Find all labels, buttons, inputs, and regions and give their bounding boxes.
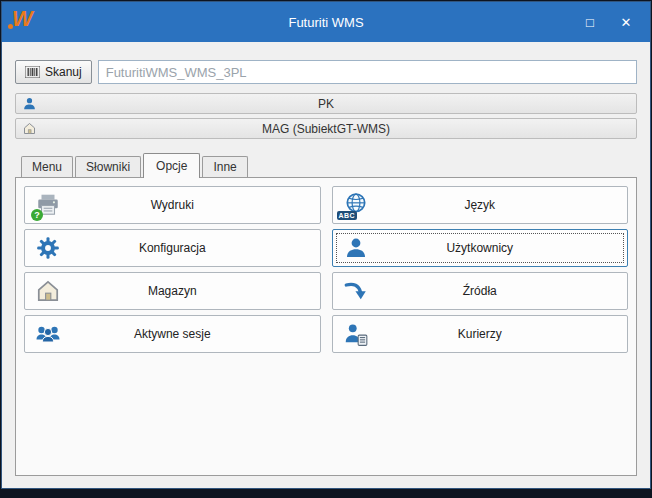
- jezyk-button[interactable]: ABC Język: [332, 186, 629, 224]
- bottom-edge: [0, 490, 652, 498]
- barcode-icon: [25, 66, 40, 78]
- close-button[interactable]: ✕: [608, 2, 644, 42]
- sources-arrow-icon: [341, 276, 371, 306]
- printer-icon: ?: [33, 190, 63, 220]
- maximize-button[interactable]: □: [572, 2, 608, 42]
- titlebar: W Futuriti WMS □ ✕: [2, 2, 650, 42]
- warehouse-bar-label: MAG (SubiektGT-WMS): [16, 122, 636, 136]
- window-controls: □ ✕: [572, 2, 644, 42]
- jezyk-label: Język: [333, 198, 628, 212]
- scan-toolbar: Skanuj: [15, 60, 637, 84]
- konfiguracja-button[interactable]: Konfiguracja: [24, 229, 321, 267]
- tab-inne[interactable]: Inne: [202, 156, 247, 177]
- zrodla-label: Źródła: [333, 284, 628, 298]
- abc-badge: ABC: [337, 211, 358, 220]
- kurierzy-button[interactable]: Kurierzy: [332, 315, 629, 353]
- active-sessions-icon: [33, 319, 63, 349]
- tab-slowniki[interactable]: Słowniki: [75, 156, 141, 177]
- language-globe-icon: ABC: [341, 190, 371, 220]
- printer-badge: ?: [31, 209, 43, 221]
- kurierzy-label: Kurierzy: [333, 327, 628, 341]
- wydruki-label: Wydruki: [25, 198, 320, 212]
- magazyn-label: Magazyn: [25, 284, 320, 298]
- warehouse-icon: [33, 276, 63, 306]
- tab-strip: Menu Słowniki Opcje Inne: [15, 153, 637, 177]
- konfiguracja-label: Konfiguracja: [25, 241, 320, 255]
- wydruki-button[interactable]: ? Wydruki: [24, 186, 321, 224]
- user-icon: [341, 233, 371, 263]
- scan-input[interactable]: [98, 60, 637, 84]
- aktywne-sesje-label: Aktywne sesje: [25, 327, 320, 341]
- zrodla-button[interactable]: Źródła: [332, 272, 629, 310]
- scan-button[interactable]: Skanuj: [15, 60, 92, 84]
- couriers-icon: [341, 319, 371, 349]
- uzytkownicy-button[interactable]: Użytkownicy: [332, 229, 629, 267]
- magazyn-button[interactable]: Magazyn: [24, 272, 321, 310]
- options-grid: ? Wydruki: [24, 186, 628, 353]
- client-area: Skanuj PK: [2, 42, 650, 488]
- window-title: Futuriti WMS: [2, 15, 650, 30]
- scan-button-label: Skanuj: [45, 65, 82, 79]
- tab-opcje[interactable]: Opcje: [143, 153, 200, 178]
- user-bar[interactable]: PK: [15, 93, 637, 114]
- screen: W Futuriti WMS □ ✕: [0, 0, 652, 498]
- tab-panel-opcje: ? Wydruki: [15, 177, 637, 476]
- user-bar-label: PK: [16, 97, 636, 111]
- tab-menu[interactable]: Menu: [21, 156, 73, 177]
- uzytkownicy-label: Użytkownicy: [333, 241, 628, 255]
- warehouse-bar[interactable]: MAG (SubiektGT-WMS): [15, 118, 637, 139]
- app-window: W Futuriti WMS □ ✕: [1, 1, 651, 489]
- aktywne-sesje-button[interactable]: Aktywne sesje: [24, 315, 321, 353]
- gear-icon: [33, 233, 63, 263]
